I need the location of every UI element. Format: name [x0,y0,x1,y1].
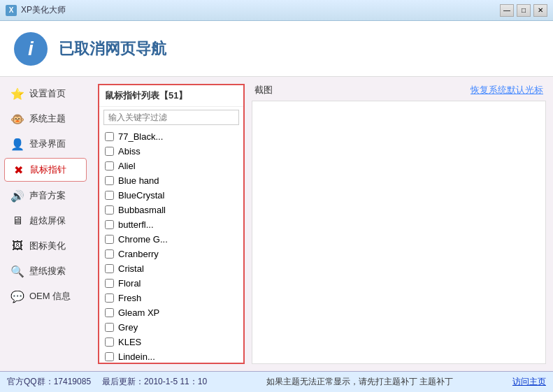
preview-panel: 截图 恢复系统默认光标 [252,84,546,364]
preview-header: 截图 恢复系统默认光标 [252,84,546,101]
footer-warning: 如果主题无法正常显示，请先打主题补丁 主题补丁 [266,376,453,388]
list-item[interactable]: Aliel [99,159,243,173]
list-items-container: 77_Black...AbissAlielBlue handBlueCrysta… [99,128,243,363]
list-item-label: KLES [118,337,141,347]
title-bar: X XP美化大师 — □ ✕ [0,0,553,21]
list-item[interactable]: Gleam XP [99,305,243,320]
picture-icon: 🖼 [10,238,25,254]
list-item-checkbox[interactable] [105,352,114,361]
title-bar-left: X XP美化大师 [6,4,66,16]
list-item[interactable]: Floral [99,276,243,291]
list-item-checkbox[interactable] [105,205,114,215]
list-item-label: Blue hand [118,175,159,186]
list-item-label: BlueCrystal [118,190,164,201]
list-item-checkbox[interactable] [105,220,114,229]
sidebar-label-login: 登录界面 [29,138,66,150]
header-area: i 已取消网页导航 [0,21,553,77]
sidebar-label-icon: 图标美化 [29,240,66,252]
list-item-label: Aliel [118,161,136,171]
list-item-checkbox[interactable] [105,323,114,332]
list-item-label: 77_Black... [118,131,163,142]
list-item-checkbox[interactable] [105,132,114,141]
sidebar-label-wallpaper: 壁纸搜索 [29,265,66,277]
list-item-checkbox[interactable] [105,337,114,347]
list-item-checkbox[interactable] [105,279,114,288]
sidebar-label-screen: 超炫屏保 [29,215,66,227]
sidebar-item-wallpaper[interactable]: 🔍 壁纸搜索 [4,260,87,282]
footer-visit-link[interactable]: 访问主页 [512,376,546,388]
list-item[interactable]: KLES [99,335,243,349]
footer: 官方QQ群：17419085 最后更新：2010-1-5 11：10 如果主题无… [0,371,553,392]
list-item[interactable]: Blue hand [99,173,243,188]
sidebar-item-oem[interactable]: 💬 OEM 信息 [4,285,87,307]
list-item-label: Chrome G... [118,234,168,245]
list-item-checkbox[interactable] [105,161,114,170]
window-controls: — □ ✕ [500,4,547,17]
sidebar-item-icon[interactable]: 🖼 图标美化 [4,235,87,257]
sidebar-item-home[interactable]: ⭐ 设置首页 [4,82,87,105]
list-item-label: Gleam XP [118,307,159,318]
list-item[interactable]: Chrome G... [99,232,243,247]
list-item-checkbox[interactable] [105,176,114,185]
sidebar-item-cursor[interactable]: ✖ 鼠标指针 [4,158,87,182]
app-title: XP美化大师 [21,4,66,16]
list-item-label: Lindein... [118,351,155,362]
list-panel-header: 鼠标指针列表【51】 [99,85,243,107]
list-item-label: Cristal [118,263,144,274]
footer-qq: 官方QQ群：17419085 [7,376,91,388]
sidebar-item-screen[interactable]: 🖥 超炫屏保 [4,210,87,232]
list-item-label: Fresh [118,293,141,303]
list-item-checkbox[interactable] [105,235,114,244]
sidebar-label-cursor: 鼠标指针 [30,164,66,176]
monkey-icon: 🐵 [10,111,25,126]
monitor-icon: 🖥 [10,213,25,228]
footer-update: 最后更新：2010-1-5 11：10 [102,376,207,388]
star-icon: ⭐ [10,86,25,101]
list-item-checkbox[interactable] [105,191,114,200]
sound-icon: 🔊 [10,188,25,203]
minimize-button[interactable]: — [500,4,514,17]
sidebar-item-login[interactable]: 👤 登录界面 [4,133,87,155]
list-item-label: Grey [118,322,138,333]
content-area: 鼠标指针列表【51】 77_Black...AbissAlielBlue han… [91,77,553,371]
list-item[interactable]: 77_Black... [99,129,243,144]
list-item-checkbox[interactable] [105,264,114,273]
list-panel: 鼠标指针列表【51】 77_Black...AbissAlielBlue han… [98,84,245,364]
info-icon: i [14,32,48,66]
maximize-button[interactable]: □ [517,4,531,17]
sidebar: ⭐ 设置首页 🐵 系统主题 👤 登录界面 ✖ 鼠标指针 🔊 声音方案 🖥 超炫屏… [0,77,91,371]
sidebar-label-home: 设置首页 [29,87,66,100]
preview-area [252,101,546,364]
list-item[interactable]: Lindein... [99,349,243,363]
app-icon: X [6,5,17,16]
footer-left: 官方QQ群：17419085 最后更新：2010-1-5 11：10 [7,376,207,388]
list-item[interactable]: BlueCrystal [99,188,243,203]
list-item[interactable]: Grey [99,320,243,335]
sidebar-label-oem: OEM 信息 [29,290,71,303]
person-icon: 👤 [10,136,25,152]
list-item-checkbox[interactable] [105,249,114,259]
list-item-label: Floral [118,278,141,289]
list-item[interactable]: Cristal [99,261,243,276]
sidebar-label-theme: 系统主题 [29,112,66,125]
list-item-checkbox[interactable] [105,293,114,303]
list-item[interactable]: Abiss [99,144,243,159]
list-item[interactable]: Bubbasmall [99,203,243,217]
list-filter-input[interactable] [103,110,239,125]
sidebar-item-theme[interactable]: 🐵 系统主题 [4,108,87,130]
list-item[interactable]: butterfl... [99,217,243,232]
preview-title: 截图 [254,84,273,96]
list-item-checkbox[interactable] [105,147,114,156]
list-item-checkbox[interactable] [105,308,114,317]
search-icon: 🔍 [10,263,25,279]
list-item-label: butterfl... [118,219,154,230]
main-layout: ⭐ 设置首页 🐵 系统主题 👤 登录界面 ✖ 鼠标指针 🔊 声音方案 🖥 超炫屏… [0,77,553,371]
list-item[interactable]: Fresh [99,291,243,305]
list-item-label: Bubbasmall [118,205,166,215]
sidebar-item-sound[interactable]: 🔊 声音方案 [4,184,87,207]
list-item-label: Abiss [118,146,141,157]
list-item[interactable]: Cranberry [99,247,243,261]
header-title: 已取消网页导航 [59,38,166,59]
close-button[interactable]: ✕ [533,4,547,17]
restore-link[interactable]: 恢复系统默认光标 [471,84,543,96]
